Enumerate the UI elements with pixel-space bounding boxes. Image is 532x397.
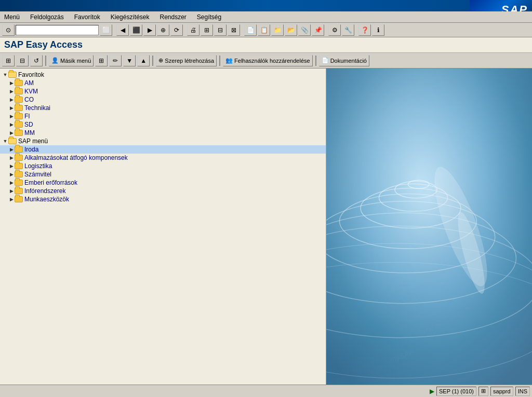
fi-expand-arrow[interactable]: ▶ [8,113,15,120]
inforendszerek-folder-icon [15,187,23,195]
technikai-expand-arrow[interactable]: ▶ [8,104,15,112]
szerep-icon: ⊕ [158,57,163,64]
nav-back-button[interactable]: ⬛ [130,24,142,36]
toolbar-icon1[interactable]: ⊞ [2,55,15,66]
refresh-button[interactable]: ⟳ [170,24,183,36]
toolbar-icon5[interactable]: ✏ [109,55,122,66]
co-label: CO [24,96,34,103]
toolbar-icon7[interactable]: ▲ [137,55,150,66]
folder-icon [15,121,23,128]
toolbar-icon2[interactable]: ⊟ [16,55,29,66]
toolbar-separator1 [45,56,46,66]
kvm-expand-arrow[interactable]: ▶ [8,88,15,95]
folder-icon [15,180,23,186]
felhasznalok-hozzarendelese-button[interactable]: 👥 Felhasználók hozzárendelése [223,55,313,66]
find-next-button[interactable]: ⊟ [214,24,227,36]
help-button[interactable]: ❓ [358,24,371,36]
doc-button5[interactable]: 📎 [298,24,311,36]
sd-expand-arrow[interactable]: ▶ [8,121,15,128]
munkaeszkozok-expand-arrow[interactable]: ▶ [8,196,15,203]
am-folder-icon [15,79,23,87]
tree-item-technikai[interactable]: ▶ Technikai [0,104,326,112]
folder-icon [15,97,23,103]
tree-item-fi[interactable]: ▶ FI [0,112,326,120]
inforendszerek-label: Infórendszerek [24,187,65,195]
tree-item-szamvitel[interactable]: ▶ Számvitel [0,170,326,179]
doc-button2[interactable]: 📋 [258,24,270,36]
iroda-expand-arrow[interactable]: ▶ [8,146,15,153]
folder-icon [15,155,23,161]
nav-prev-button[interactable]: ◀ [116,24,129,36]
menu-menu[interactable]: Menü [2,12,22,22]
dokumentacio-label: Dokumentáció [330,58,367,64]
am-label: AM [24,79,34,87]
logisztika-expand-arrow[interactable]: ▶ [8,162,15,170]
menu-kiegeszitesek[interactable]: Kiegészítések [109,12,152,22]
inforendszerek-expand-arrow[interactable]: ▶ [8,187,15,195]
settings-button2[interactable]: 🔧 [342,24,354,36]
toolbar-icon3[interactable]: ↺ [30,55,43,66]
folder-icon [15,163,23,169]
masik-menu-button[interactable]: 👤 Másik menü [49,55,94,66]
find-button[interactable]: ⊞ [201,24,213,36]
tree-item-logisztika[interactable]: ▶ Logisztika [0,162,326,170]
tree-item-inforendszerek[interactable]: ▶ Infórendszerek [0,187,326,195]
co-expand-arrow[interactable]: ▶ [8,96,15,103]
doc-button3[interactable]: 📁 [271,24,284,36]
dokumentacio-icon: 📄 [322,57,329,64]
doc-button1[interactable]: 📄 [244,24,257,36]
toolbar-icon6[interactable]: ▼ [123,55,136,66]
favorites-expand-arrow[interactable]: ▼ [2,71,8,78]
emberi-expand-arrow[interactable]: ▶ [8,179,15,186]
sap-menu-folder-icon [8,138,17,145]
status-arrow: ▶ [430,388,434,395]
tree-item-am[interactable]: ▶ AM [0,79,326,87]
command-bar: ⊙ ⬜ ◀ ⬛ ▶ ⊕ ⟳ 🖨 ⊞ ⊟ ⊠ 📄 📋 📁 📂 📎 📌 ⚙ 🔧 ❓ … [0,23,532,37]
mm-label: MM [24,129,35,136]
toolbar-separator4 [315,56,316,66]
clear-input-button[interactable]: ⬜ [100,24,112,36]
print-button[interactable]: 🖨 [187,24,200,36]
nav-forward-button[interactable]: ▶ [143,24,156,36]
alkalmazasokat-expand-arrow[interactable]: ▶ [8,154,15,161]
tree-item-munkaeszkozok[interactable]: ▶ Munkaeszközök [0,195,326,203]
home-button[interactable]: ⊕ [157,24,169,36]
sap-menu-expand-arrow[interactable]: ▼ [2,138,8,145]
munkaeszkozok-folder-icon [15,196,23,203]
tree-item-co[interactable]: ▶ CO [0,95,326,104]
szerep-letrehozasa-button[interactable]: ⊕ Szerep létrehozása [156,55,217,66]
doc-button4[interactable]: 📂 [285,24,297,36]
command-input[interactable] [16,25,99,35]
main-content: ▼ Favorítok ▶ AM ▶ KVM ▶ [0,69,532,385]
favorites-root[interactable]: ▼ Favorítok [0,71,326,79]
info-button[interactable]: ℹ [372,24,384,36]
szamvitel-expand-arrow[interactable]: ▶ [8,171,15,178]
sap-menu-root[interactable]: ▼ SAP menü [0,137,326,145]
fi-folder-icon [15,113,23,120]
back-nav-button[interactable]: ⊙ [2,24,15,36]
tree-item-kvm[interactable]: ▶ KVM [0,87,326,95]
szamvitel-folder-icon [15,171,23,178]
menu-feldolgozas[interactable]: Feldolgozás [28,12,66,22]
iroda-label: Iroda [24,146,38,153]
menu-favoritok[interactable]: Favorítok [72,12,102,22]
menu-rendszer[interactable]: Rendszer [157,12,188,22]
am-expand-arrow[interactable]: ▶ [8,79,15,87]
mm-expand-arrow[interactable]: ▶ [8,129,15,136]
tree-item-alkalmazasokat[interactable]: ▶ Alkalmazásokat átfogó komponensek [0,154,326,162]
mm-folder-icon [15,129,23,136]
tree-item-emberi[interactable]: ▶ Emberi erőforrások [0,179,326,187]
folder-icon [15,105,23,111]
tree-item-iroda[interactable]: ▶ Iroda [0,145,326,154]
menu-bar: Menü Feldolgozás Favorítok Kiegészítések… [0,11,532,23]
dokumentacio-button[interactable]: 📄 Dokumentáció [319,55,369,66]
settings-button1[interactable]: ⚙ [328,24,341,36]
find-all-button[interactable]: ⊠ [228,24,240,36]
doc-button6[interactable]: 📌 [312,24,324,36]
tree-panel[interactable]: ▼ Favorítok ▶ AM ▶ KVM ▶ [0,69,326,385]
toolbar-icon4[interactable]: ⊞ [95,55,108,66]
menu-segitseg[interactable]: Segítség [195,12,223,22]
tree-item-mm[interactable]: ▶ MM [0,129,326,137]
toolbar: ⊞ ⊟ ↺ 👤 Másik menü ⊞ ✏ ▼ ▲ ⊕ Szerep létr… [0,53,532,69]
tree-item-sd[interactable]: ▶ SD [0,120,326,129]
